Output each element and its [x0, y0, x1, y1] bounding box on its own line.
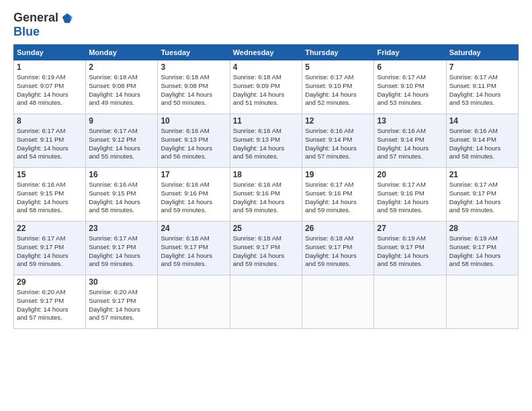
day-number: 13: [377, 116, 443, 126]
calendar-cell: [158, 275, 230, 329]
day-number: 30: [89, 277, 154, 287]
day-number: 20: [377, 170, 443, 179]
calendar-table: SundayMondayTuesdayWednesdayThursdayFrid…: [13, 44, 519, 329]
day-number: 19: [305, 170, 371, 179]
weekday-thursday: Thursday: [302, 45, 374, 60]
day-number: 26: [305, 224, 371, 233]
calendar-cell: 20Sunrise: 6:17 AM Sunset: 9:16 PM Dayli…: [374, 168, 446, 222]
calendar-cell: 12Sunrise: 6:16 AM Sunset: 9:14 PM Dayli…: [302, 114, 374, 168]
logo-blue-text: Blue: [13, 25, 40, 38]
calendar-cell: 5Sunrise: 6:17 AM Sunset: 9:10 PM Daylig…: [302, 60, 374, 114]
calendar-cell: 17Sunrise: 6:16 AM Sunset: 9:16 PM Dayli…: [158, 168, 230, 222]
day-info: Sunrise: 6:18 AM Sunset: 9:17 PM Dayligh…: [161, 234, 226, 269]
day-info: Sunrise: 6:16 AM Sunset: 9:16 PM Dayligh…: [161, 181, 226, 215]
day-number: 29: [17, 277, 83, 287]
day-number: 1: [17, 62, 83, 72]
calendar-cell: [230, 275, 302, 329]
calendar-cell: 21Sunrise: 6:17 AM Sunset: 9:17 PM Dayli…: [446, 168, 518, 222]
weekday-tuesday: Tuesday: [158, 45, 230, 60]
logo: General Blue: [13, 11, 73, 39]
day-info: Sunrise: 6:19 AM Sunset: 9:17 PM Dayligh…: [449, 234, 515, 269]
calendar-cell: 16Sunrise: 6:16 AM Sunset: 9:15 PM Dayli…: [86, 168, 158, 222]
logo-icon: [61, 12, 73, 24]
day-info: Sunrise: 6:16 AM Sunset: 9:15 PM Dayligh…: [17, 181, 83, 215]
calendar-cell: 13Sunrise: 6:16 AM Sunset: 9:14 PM Dayli…: [374, 114, 446, 168]
calendar-cell: 14Sunrise: 6:16 AM Sunset: 9:14 PM Dayli…: [446, 114, 518, 168]
calendar-cell: 3Sunrise: 6:18 AM Sunset: 9:08 PM Daylig…: [158, 60, 230, 114]
day-number: 28: [449, 224, 515, 233]
calendar-cell: [302, 275, 374, 329]
day-info: Sunrise: 6:16 AM Sunset: 9:13 PM Dayligh…: [161, 127, 226, 161]
day-info: Sunrise: 6:17 AM Sunset: 9:10 PM Dayligh…: [305, 73, 371, 107]
day-number: 17: [161, 170, 226, 179]
calendar-cell: 7Sunrise: 6:17 AM Sunset: 9:11 PM Daylig…: [446, 60, 518, 114]
day-number: 4: [233, 62, 299, 72]
day-number: 11: [233, 116, 299, 126]
header: General Blue: [13, 11, 519, 39]
day-number: 23: [89, 224, 154, 233]
day-info: Sunrise: 6:17 AM Sunset: 9:16 PM Dayligh…: [305, 181, 371, 215]
day-info: Sunrise: 6:17 AM Sunset: 9:11 PM Dayligh…: [17, 127, 83, 161]
calendar-cell: 24Sunrise: 6:18 AM Sunset: 9:17 PM Dayli…: [158, 222, 230, 275]
day-info: Sunrise: 6:16 AM Sunset: 9:14 PM Dayligh…: [305, 127, 371, 161]
day-info: Sunrise: 6:17 AM Sunset: 9:17 PM Dayligh…: [89, 234, 154, 269]
day-info: Sunrise: 6:17 AM Sunset: 9:17 PM Dayligh…: [449, 181, 515, 215]
day-info: Sunrise: 6:18 AM Sunset: 9:09 PM Dayligh…: [233, 73, 299, 107]
day-info: Sunrise: 6:16 AM Sunset: 9:15 PM Dayligh…: [89, 181, 154, 215]
calendar-cell: 30Sunrise: 6:20 AM Sunset: 9:17 PM Dayli…: [86, 275, 158, 329]
day-info: Sunrise: 6:18 AM Sunset: 9:08 PM Dayligh…: [161, 73, 226, 107]
day-number: 12: [305, 116, 371, 126]
day-info: Sunrise: 6:16 AM Sunset: 9:13 PM Dayligh…: [233, 127, 299, 161]
logo-general-text: General: [13, 11, 58, 25]
calendar-cell: 8Sunrise: 6:17 AM Sunset: 9:11 PM Daylig…: [14, 114, 86, 168]
day-number: 18: [233, 170, 299, 179]
day-number: 25: [233, 224, 299, 233]
day-info: Sunrise: 6:16 AM Sunset: 9:16 PM Dayligh…: [233, 181, 299, 215]
calendar-cell: 2Sunrise: 6:18 AM Sunset: 9:08 PM Daylig…: [86, 60, 158, 114]
day-info: Sunrise: 6:18 AM Sunset: 9:17 PM Dayligh…: [233, 234, 299, 269]
day-info: Sunrise: 6:19 AM Sunset: 9:07 PM Dayligh…: [17, 73, 83, 107]
calendar-cell: 1Sunrise: 6:19 AM Sunset: 9:07 PM Daylig…: [14, 60, 86, 114]
calendar-cell: 6Sunrise: 6:17 AM Sunset: 9:10 PM Daylig…: [374, 60, 446, 114]
day-info: Sunrise: 6:18 AM Sunset: 9:17 PM Dayligh…: [305, 234, 371, 269]
calendar-cell: 28Sunrise: 6:19 AM Sunset: 9:17 PM Dayli…: [446, 222, 518, 275]
calendar-cell: 26Sunrise: 6:18 AM Sunset: 9:17 PM Dayli…: [302, 222, 374, 275]
day-number: 14: [449, 116, 515, 126]
weekday-monday: Monday: [86, 45, 158, 60]
day-number: 21: [449, 170, 515, 179]
day-number: 3: [161, 62, 226, 72]
day-number: 6: [377, 62, 443, 72]
calendar-cell: 9Sunrise: 6:17 AM Sunset: 9:12 PM Daylig…: [86, 114, 158, 168]
day-info: Sunrise: 6:17 AM Sunset: 9:12 PM Dayligh…: [89, 127, 154, 161]
day-info: Sunrise: 6:17 AM Sunset: 9:11 PM Dayligh…: [449, 73, 515, 107]
day-info: Sunrise: 6:16 AM Sunset: 9:14 PM Dayligh…: [377, 127, 443, 161]
calendar-cell: 18Sunrise: 6:16 AM Sunset: 9:16 PM Dayli…: [230, 168, 302, 222]
day-number: 15: [17, 170, 83, 179]
day-number: 5: [305, 62, 371, 72]
day-info: Sunrise: 6:20 AM Sunset: 9:17 PM Dayligh…: [17, 288, 83, 322]
day-number: 10: [161, 116, 226, 126]
calendar-cell: 22Sunrise: 6:17 AM Sunset: 9:17 PM Dayli…: [14, 222, 86, 275]
calendar-cell: 10Sunrise: 6:16 AM Sunset: 9:13 PM Dayli…: [158, 114, 230, 168]
day-number: 2: [89, 62, 154, 72]
day-number: 7: [449, 62, 515, 72]
week-row-2: 8Sunrise: 6:17 AM Sunset: 9:11 PM Daylig…: [14, 114, 519, 168]
weekday-wednesday: Wednesday: [230, 45, 302, 60]
day-number: 9: [89, 116, 154, 126]
day-info: Sunrise: 6:16 AM Sunset: 9:14 PM Dayligh…: [449, 127, 515, 161]
day-number: 22: [17, 224, 83, 233]
weekday-saturday: Saturday: [446, 45, 518, 60]
calendar-cell: 27Sunrise: 6:19 AM Sunset: 9:17 PM Dayli…: [374, 222, 446, 275]
day-info: Sunrise: 6:18 AM Sunset: 9:08 PM Dayligh…: [89, 73, 154, 107]
day-number: 27: [377, 224, 443, 233]
day-number: 24: [161, 224, 226, 233]
weekday-header-row: SundayMondayTuesdayWednesdayThursdayFrid…: [14, 45, 519, 60]
day-number: 8: [17, 116, 83, 126]
calendar-cell: 29Sunrise: 6:20 AM Sunset: 9:17 PM Dayli…: [14, 275, 86, 329]
week-row-4: 22Sunrise: 6:17 AM Sunset: 9:17 PM Dayli…: [14, 222, 519, 275]
calendar-cell: 4Sunrise: 6:18 AM Sunset: 9:09 PM Daylig…: [230, 60, 302, 114]
page: General Blue SundayMondayTuesdayWednesda…: [0, 0, 532, 411]
calendar-cell: 11Sunrise: 6:16 AM Sunset: 9:13 PM Dayli…: [230, 114, 302, 168]
day-info: Sunrise: 6:17 AM Sunset: 9:16 PM Dayligh…: [377, 181, 443, 215]
weekday-sunday: Sunday: [14, 45, 86, 60]
